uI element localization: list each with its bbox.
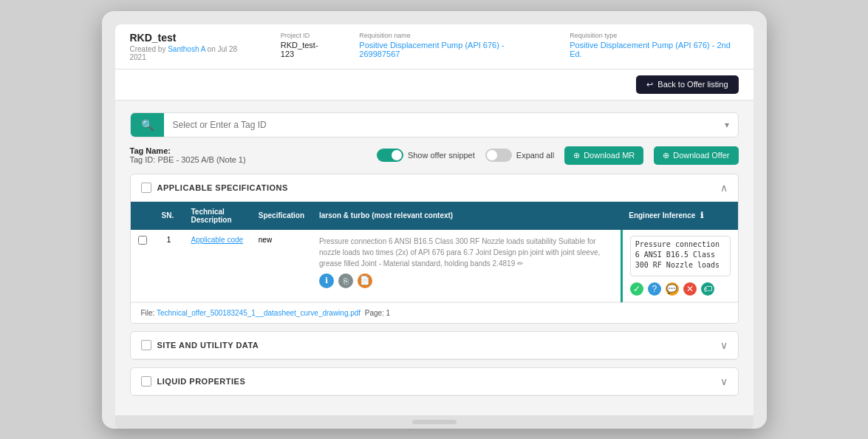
show-offer-snippet-label: Show offer snippet <box>408 151 475 160</box>
laptop-bottom <box>115 415 753 429</box>
back-icon: ↩ <box>646 80 653 89</box>
col-sn: SN. <box>154 202 184 230</box>
action-bar: ↩ Back to Offer listing <box>115 69 753 101</box>
liquid-properties-toggle-icon[interactable]: ∨ <box>720 375 728 387</box>
liquid-properties-section: LIQUID PROPERTIES ∨ <box>130 367 739 396</box>
requisition-name-block: Requisition name Positive Displacement P… <box>359 32 540 58</box>
row-checkbox-cell <box>131 230 154 302</box>
question-icon-button[interactable]: ? <box>648 282 661 296</box>
inference-textarea[interactable]: Pressure connection 6 ANSI B16.5 Class 3… <box>630 236 731 276</box>
show-offer-snippet-toggle[interactable] <box>377 149 403 162</box>
x-icon-button[interactable]: ✕ <box>683 282 697 296</box>
row-larson: Pressure connection 6 ANSI B16.5 Class 3… <box>312 230 621 302</box>
search-button[interactable]: 🔍 <box>131 113 164 137</box>
col-engineer: Engineer Inference ℹ <box>621 202 737 230</box>
row-action-icons: ℹ ⎘ 📄 <box>319 273 613 288</box>
site-utility-header-left: SITE AND UTILITY DATA <box>141 340 259 350</box>
download-offer-icon: ⊕ <box>663 151 669 160</box>
site-utility-checkbox[interactable] <box>141 340 151 350</box>
col-tech-desc: Technical Description <box>184 202 251 230</box>
table-row: 1 Applicable code new Pressure connectio… <box>131 230 738 302</box>
laptop-notch <box>412 420 457 424</box>
controls-row: Show offer snippet Expand all ⊕ Download… <box>377 146 739 165</box>
top-bar: RKD_test Created by Santhosh A on Jul 28… <box>115 24 753 69</box>
site-utility-section: SITE AND UTILITY DATA ∨ <box>130 331 739 360</box>
doc-icon-button[interactable]: 📄 <box>358 273 372 288</box>
applicable-specs-title: APPLICABLE SPECIFICATIONS <box>157 183 288 192</box>
expand-all-toggle-group: Expand all <box>485 149 554 162</box>
applicable-specs-header-left: APPLICABLE SPECIFICATIONS <box>141 183 288 193</box>
expand-all-label: Expand all <box>516 151 554 160</box>
site-utility-header[interactable]: SITE AND UTILITY DATA ∨ <box>131 332 738 359</box>
applicable-specs-checkbox[interactable] <box>141 183 151 193</box>
col-check <box>131 202 154 230</box>
copy-icon-button[interactable]: ⎘ <box>338 273 353 288</box>
tag-name-label: Tag Name: <box>130 146 246 155</box>
file-info-row: File: Technical_offer_500183245_1__datas… <box>131 302 738 323</box>
search-icon: 🔍 <box>141 119 154 131</box>
tag-info: Tag Name: Tag ID: PBE - 3025 A/B (Note 1… <box>130 146 246 164</box>
back-button[interactable]: ↩ Back to Offer listing <box>636 75 738 94</box>
applicable-code-link[interactable]: Applicable code <box>191 236 244 244</box>
applicable-specs-table: SN. Technical Description Specification … <box>131 202 738 302</box>
download-mr-icon: ⊕ <box>573 151 580 160</box>
expand-all-toggle[interactable] <box>485 149 512 162</box>
project-name: RKD_test <box>130 32 251 44</box>
liquid-properties-header-left: LIQUID PROPERTIES <box>141 376 246 387</box>
info-icon-button[interactable]: ℹ <box>319 273 334 288</box>
project-author: Created by Santhosh A on Jul 28 2021 <box>130 45 251 61</box>
engineer-info-icon: ℹ <box>700 211 703 220</box>
project-id-block: Project ID RKD_test-123 <box>281 32 330 58</box>
col-spec: Specification <box>251 202 312 230</box>
requisition-type-block: Requisition type Positive Displacement P… <box>570 32 738 58</box>
dropdown-arrow-icon[interactable]: ▾ <box>716 114 738 136</box>
author-link[interactable]: Santhosh A <box>168 45 205 53</box>
search-input[interactable] <box>164 114 716 136</box>
inference-action-icons: ✓ ? 💬 ✕ 🏷 <box>630 282 731 296</box>
row-tech-desc: Applicable code <box>184 230 251 302</box>
applicable-specs-toggle-icon[interactable]: ∧ <box>720 182 728 194</box>
row-spec: new <box>251 230 312 302</box>
comment-icon-button[interactable]: 💬 <box>666 282 679 296</box>
site-utility-toggle-icon[interactable]: ∨ <box>720 339 728 351</box>
row-engineer-inference: Pressure connection 6 ANSI B16.5 Class 3… <box>621 230 737 302</box>
tag-info-row: Tag Name: Tag ID: PBE - 3025 A/B (Note 1… <box>130 146 739 165</box>
col-larson: larson & turbo (most relevant context) <box>312 202 621 230</box>
applicable-specs-section: APPLICABLE SPECIFICATIONS ∧ SN. Technica… <box>130 174 739 324</box>
liquid-properties-header[interactable]: LIQUID PROPERTIES ∨ <box>131 368 738 395</box>
show-offer-snippet-toggle-group: Show offer snippet <box>377 149 475 162</box>
file-link[interactable]: Technical_offer_500183245_1__datasheet_c… <box>157 309 360 317</box>
check-icon-button[interactable]: ✓ <box>630 282 643 296</box>
tag-icon-button[interactable]: 🏷 <box>701 282 714 296</box>
search-bar: 🔍 ▾ <box>130 112 739 137</box>
row-checkbox[interactable] <box>138 236 147 245</box>
project-name-block: RKD_test Created by Santhosh A on Jul 28… <box>130 32 251 61</box>
liquid-properties-title: LIQUID PROPERTIES <box>157 377 246 386</box>
applicable-specs-header[interactable]: APPLICABLE SPECIFICATIONS ∧ <box>131 174 738 202</box>
main-content: 🔍 ▾ Tag Name: Tag ID: PBE - 3025 A/B (No… <box>115 101 753 415</box>
download-mr-button[interactable]: ⊕ Download MR <box>564 146 643 165</box>
row-sn: 1 <box>154 230 184 302</box>
tag-id: Tag ID: PBE - 3025 A/B (Note 1) <box>130 155 246 164</box>
liquid-properties-checkbox[interactable] <box>141 376 151 387</box>
download-offer-button[interactable]: ⊕ Download Offer <box>654 146 738 165</box>
site-utility-title: SITE AND UTILITY DATA <box>157 341 259 350</box>
